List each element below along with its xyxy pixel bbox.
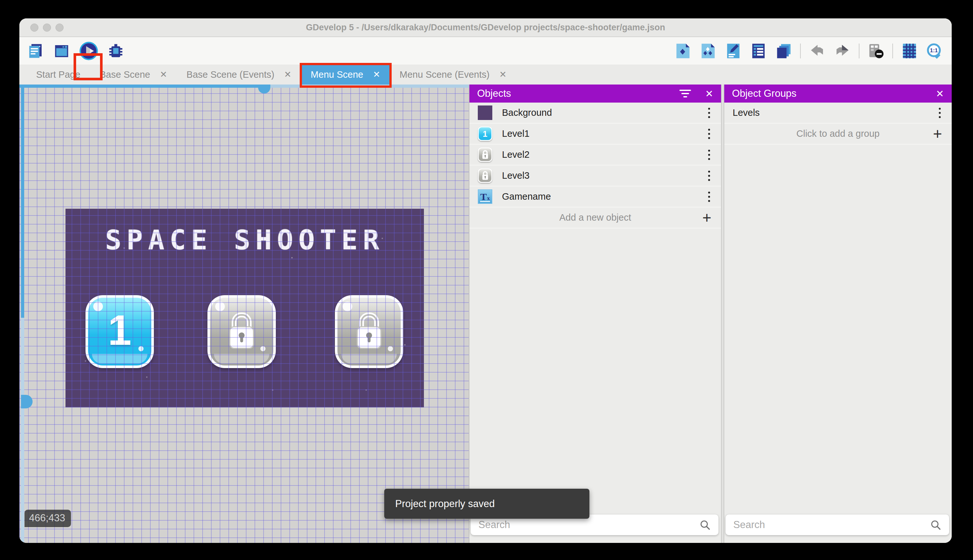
kebab-menu-icon[interactable] bbox=[708, 129, 713, 139]
plus-icon[interactable]: + bbox=[702, 210, 711, 225]
add-group-label: Click to add a group bbox=[796, 128, 880, 139]
toolbar-divider bbox=[859, 43, 860, 58]
toolbar-left-group bbox=[27, 37, 125, 65]
toolbar-divider bbox=[800, 43, 801, 58]
tab-start-page[interactable]: Start Page bbox=[27, 65, 90, 85]
tab-label: Menu Scene bbox=[311, 69, 363, 80]
lock-icon bbox=[225, 312, 258, 352]
horizontal-scrollbar-knob[interactable] bbox=[258, 85, 270, 93]
object-groups-panel: Object Groups ✕ Levels Click to add a gr… bbox=[724, 85, 952, 543]
window-title: GDevelop 5 - /Users/dkarakay/Documents/G… bbox=[306, 23, 665, 33]
object-groups-panel-header: Object Groups ✕ bbox=[724, 85, 952, 103]
svg-text:1:1: 1:1 bbox=[930, 47, 938, 53]
object-groups-panel-icon[interactable] bbox=[700, 42, 717, 60]
level3-thumbnail bbox=[478, 168, 492, 183]
group-row-levels[interactable]: Levels bbox=[724, 103, 952, 123]
object-row-level2[interactable]: Level2 bbox=[470, 145, 721, 165]
zoom-window-button[interactable] bbox=[55, 23, 63, 32]
tab-menu-scene[interactable]: Menu Scene ✕ bbox=[301, 65, 390, 85]
object-groups-panel-title: Object Groups bbox=[732, 88, 796, 99]
main-content: SPACE SHOOTER 1 bbox=[19, 85, 952, 543]
lock-icon bbox=[353, 312, 385, 352]
groups-search bbox=[726, 515, 949, 535]
add-group-row[interactable]: Click to add a group + bbox=[724, 123, 952, 145]
close-icon[interactable]: ✕ bbox=[284, 70, 291, 79]
add-object-label: Add a new object bbox=[560, 212, 631, 223]
close-icon[interactable]: ✕ bbox=[705, 88, 713, 99]
filter-icon[interactable] bbox=[680, 90, 691, 97]
tab-label: Menu Scene (Events) bbox=[400, 69, 490, 80]
search-icon bbox=[699, 519, 711, 531]
tab-label: Start Page bbox=[36, 69, 80, 80]
level2-thumbnail bbox=[478, 147, 492, 162]
background-thumbnail bbox=[478, 105, 492, 120]
tab-label: Base Scene bbox=[100, 69, 150, 80]
kebab-menu-icon[interactable] bbox=[939, 108, 943, 118]
kebab-menu-icon[interactable] bbox=[708, 108, 713, 118]
save-toast: Project properly saved bbox=[384, 489, 590, 519]
level1-button-instance[interactable]: 1 bbox=[85, 295, 154, 368]
scene-title-text[interactable]: SPACE SHOOTER bbox=[65, 224, 424, 256]
horizontal-scrollbar[interactable] bbox=[19, 85, 469, 88]
tabbar: Start Page Base Scene ✕ Base Scene (Even… bbox=[19, 65, 952, 85]
instances-list-icon[interactable] bbox=[750, 42, 767, 60]
tab-base-scene[interactable]: Base Scene ✕ bbox=[90, 65, 177, 85]
tab-menu-scene-events[interactable]: Menu Scene (Events) ✕ bbox=[390, 65, 516, 85]
undo-icon[interactable] bbox=[808, 42, 826, 60]
kebab-menu-icon[interactable] bbox=[708, 171, 713, 181]
object-label: Level1 bbox=[502, 128, 530, 139]
text-object-thumbnail: Tx bbox=[478, 189, 492, 204]
grid-icon[interactable] bbox=[901, 42, 918, 60]
layers-panel-icon[interactable] bbox=[775, 42, 792, 60]
groups-search-input[interactable] bbox=[733, 519, 930, 531]
objects-panel-title: Objects bbox=[477, 88, 511, 99]
vertical-scrollbar-knob[interactable] bbox=[21, 395, 33, 408]
play-icon[interactable] bbox=[79, 41, 99, 61]
plus-icon[interactable]: + bbox=[933, 126, 942, 142]
object-label: Gamename bbox=[502, 191, 551, 202]
objects-panel-icon[interactable] bbox=[674, 42, 692, 60]
level3-button-instance[interactable] bbox=[335, 295, 403, 368]
object-row-level1[interactable]: 1 Level1 bbox=[470, 123, 721, 145]
minimize-window-button[interactable] bbox=[43, 23, 51, 32]
tab-base-scene-events[interactable]: Base Scene (Events) ✕ bbox=[177, 65, 301, 85]
objects-search-input[interactable] bbox=[478, 519, 699, 531]
object-label: Level2 bbox=[502, 149, 530, 160]
objects-panel: Objects ✕ Background 1 Level1 bbox=[470, 85, 721, 543]
debugger-icon[interactable] bbox=[107, 42, 125, 60]
toolbar-right-group: 1:1 bbox=[674, 37, 943, 65]
search-icon bbox=[930, 519, 941, 531]
game-scene-preview[interactable]: SPACE SHOOTER 1 bbox=[65, 209, 424, 407]
objects-panel-header: Objects ✕ bbox=[470, 85, 721, 103]
kebab-menu-icon[interactable] bbox=[708, 192, 713, 202]
properties-panel-icon[interactable] bbox=[725, 42, 742, 60]
object-row-level3[interactable]: Level3 bbox=[470, 165, 721, 187]
toolbar-divider bbox=[892, 43, 893, 58]
scene-editor-icon[interactable] bbox=[53, 42, 70, 60]
close-icon[interactable]: ✕ bbox=[160, 70, 167, 79]
zoom-1-1-icon[interactable]: 1:1 bbox=[926, 42, 943, 60]
vertical-scrollbar[interactable] bbox=[21, 85, 24, 543]
close-icon[interactable]: ✕ bbox=[499, 70, 506, 79]
add-object-row[interactable]: Add a new object + bbox=[470, 207, 721, 228]
scene-editor-canvas[interactable]: SPACE SHOOTER 1 bbox=[19, 85, 470, 543]
scene-stars bbox=[65, 209, 67, 210]
project-manager-icon[interactable] bbox=[27, 42, 45, 60]
group-label: Levels bbox=[733, 107, 760, 118]
level2-button-instance[interactable] bbox=[207, 295, 276, 368]
toolbar: 1:1 bbox=[19, 37, 952, 65]
close-icon[interactable]: ✕ bbox=[373, 70, 380, 79]
close-icon[interactable]: ✕ bbox=[936, 88, 944, 99]
close-window-button[interactable] bbox=[30, 23, 38, 32]
kebab-menu-icon[interactable] bbox=[708, 150, 713, 160]
gdevelop-window: GDevelop 5 - /Users/dkarakay/Documents/G… bbox=[19, 18, 952, 543]
object-row-background[interactable]: Background bbox=[470, 103, 721, 123]
traffic-lights bbox=[30, 18, 63, 37]
object-row-gamename[interactable]: Tx Gamename bbox=[470, 187, 721, 207]
redo-icon[interactable] bbox=[834, 42, 851, 60]
tab-label: Base Scene (Events) bbox=[187, 69, 274, 80]
object-label: Level3 bbox=[502, 170, 530, 181]
render-mask-icon[interactable] bbox=[867, 42, 885, 60]
panel-divider[interactable] bbox=[721, 85, 724, 543]
cursor-coordinates: 466;433 bbox=[25, 510, 71, 527]
